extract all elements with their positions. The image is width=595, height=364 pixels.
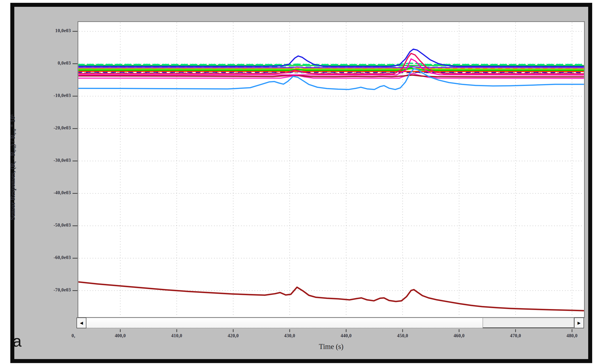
scrollbar-right-arrow-icon[interactable]: ▶ bbox=[574, 317, 584, 328]
x-tick-label: 450,0 bbox=[386, 333, 419, 338]
x-tick-label: 430,0 bbox=[273, 333, 306, 338]
x-tick-label: 0, bbox=[57, 333, 90, 338]
y-tick-label: 0,0e03 bbox=[31, 60, 71, 66]
y-tick-label: -30,0e03 bbox=[31, 157, 71, 163]
x-tick-label: 410,0 bbox=[160, 333, 193, 338]
y-axis-title: Sensor Responses, (Rt - Rt=0) / Rt=0 * 1… bbox=[9, 114, 17, 220]
plot-canvas[interactable] bbox=[0, 0, 595, 364]
x-tick-label: 480,0 bbox=[556, 333, 588, 338]
figure-label: a bbox=[13, 333, 21, 349]
y-tick-label: -50,0e03 bbox=[31, 222, 71, 228]
y-tick-label: -40,0e03 bbox=[31, 190, 71, 195]
x-axis-label: Time (s) bbox=[308, 343, 355, 351]
y-tick-label: 10,0e03 bbox=[31, 28, 71, 33]
y-tick-label: -20,0e03 bbox=[31, 125, 71, 131]
x-tick-label: 400,0 bbox=[104, 333, 137, 338]
x-tick-label: 460,0 bbox=[443, 333, 475, 338]
scrollbar-left-arrow-icon[interactable]: ◀ bbox=[77, 317, 86, 328]
screenshot-canvas: Sensor Responses, (Rt - Rt=0) / Rt=0 * 1… bbox=[0, 0, 595, 364]
y-tick-label: -70,0e03 bbox=[31, 287, 71, 293]
scrollbar-thumb[interactable] bbox=[482, 317, 574, 328]
x-tick-label: 420,0 bbox=[217, 333, 250, 338]
x-tick-label: 440,0 bbox=[330, 333, 363, 338]
y-tick-label: -60,0e03 bbox=[31, 255, 71, 260]
y-tick-label: -10,0e03 bbox=[31, 93, 71, 98]
x-tick-label: 470,0 bbox=[499, 333, 532, 338]
